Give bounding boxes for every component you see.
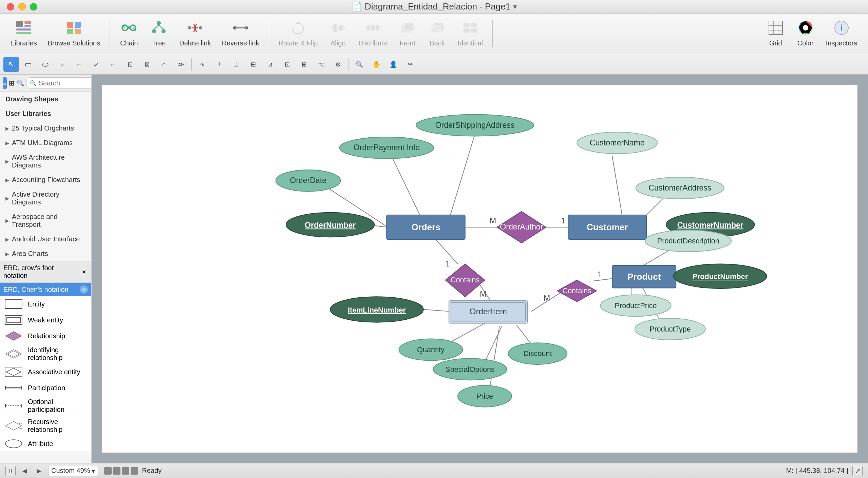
svg-text:1: 1 (598, 270, 602, 279)
tool-square[interactable]: ⊟ (245, 57, 261, 72)
svg-rect-5 (67, 22, 73, 28)
fullscreen-button[interactable]: ⤢ (852, 466, 863, 476)
page-dot-3[interactable] (122, 467, 129, 475)
tool-zoom-out[interactable]: 🔍 (352, 57, 367, 72)
svg-text:Quantity: Quantity (417, 345, 445, 354)
erd-item-participation[interactable]: Participation (0, 380, 91, 396)
tool-line3[interactable]: ⌐ (105, 57, 121, 72)
tool-rect[interactable]: ▭ (20, 57, 36, 72)
tool-alt[interactable]: ⌥ (313, 57, 329, 72)
tool-circle[interactable]: ⊗ (330, 57, 346, 72)
tool-box2[interactable]: ⊠ (139, 57, 155, 72)
tool-house[interactable]: ⌂ (156, 57, 172, 72)
erd-item-opt-participation[interactable]: Optional participation (0, 396, 91, 416)
erd-crowsfoot-panel[interactable]: ERD, crow's foot notation ✕ (0, 261, 91, 282)
erd-chens-panel[interactable]: ERD, Chen's notation ✕ (0, 282, 91, 296)
tree-label: Tree (152, 39, 166, 47)
toolbar-inspectors[interactable]: i Inspectors (822, 18, 861, 50)
toolbar-front[interactable]: Front (394, 18, 421, 50)
toolbar-libraries[interactable]: Libraries (7, 18, 41, 50)
erd-item-recursive[interactable]: Recursive relationship (0, 416, 91, 436)
svg-text:ProductNumber: ProductNumber (692, 272, 748, 281)
tool-sq2[interactable]: ⊡ (279, 57, 295, 72)
attribute-shape-preview (3, 438, 24, 450)
title-dropdown-icon[interactable]: ▾ (513, 2, 517, 11)
tool-wave[interactable]: ∿ (194, 57, 210, 72)
page-dot-4[interactable] (131, 467, 138, 475)
pause-button[interactable]: ⏸ (5, 466, 16, 476)
toolbar-reverse-link[interactable]: Reverse link (218, 18, 263, 50)
toolbar-grid[interactable]: Grid (762, 18, 789, 50)
sidebar-item-25-orgcharts[interactable]: ▶ 25 Typical Orgcharts (0, 121, 91, 136)
tool-hand[interactable]: ✋ (369, 57, 384, 72)
tool-select[interactable]: ↖ (3, 57, 19, 72)
toolbar-distribute[interactable]: Distribute (354, 18, 391, 50)
svg-text:OrderNumber: OrderNumber (305, 221, 356, 230)
svg-rect-4 (16, 32, 31, 34)
toolbar-tree[interactable]: Tree (145, 18, 172, 50)
prev-page-button[interactable]: ◀ (20, 466, 30, 476)
erd-item-entity[interactable]: Entity (0, 296, 91, 312)
tool-pen[interactable]: ✏ (402, 57, 418, 72)
minimize-button[interactable] (18, 3, 26, 11)
tool-text[interactable]: ≡ (54, 57, 70, 72)
close-button[interactable] (7, 3, 14, 11)
tool-line1[interactable]: ⌐ (71, 57, 87, 72)
page-dot-2[interactable] (113, 467, 120, 475)
toolbar-color[interactable]: Color (792, 18, 819, 50)
tool-angle[interactable]: ≫ (173, 57, 189, 72)
sidebar-list-view[interactable]: ≡ (3, 77, 7, 89)
toolbar-identical[interactable]: Identical (454, 18, 487, 50)
erd-item-assoc-entity[interactable]: Associative entity (0, 364, 91, 380)
sidebar-grid-view[interactable]: ⊞ (9, 77, 15, 89)
svg-text:i: i (841, 23, 843, 32)
tool-line2[interactable]: ↙ (88, 57, 104, 72)
main-toolbar: Libraries Browse Solutions Chain (0, 14, 868, 54)
tool-ellipse[interactable]: ⬭ (37, 57, 53, 72)
sidebar-item-active-dir[interactable]: ▶ Active Directory Diagrams (0, 187, 91, 210)
erd-crowsfoot-close[interactable]: ✕ (80, 268, 88, 276)
erd-item-weak-entity[interactable]: Weak entity (0, 312, 91, 328)
tool-perp[interactable]: ⟂ (211, 57, 227, 72)
main-content: ≡ ⊞ 🔍 🔍 Drawing Shapes User Libraries ▶ … (0, 75, 868, 463)
tool-tri[interactable]: ⊿ (262, 57, 278, 72)
sidebar-item-aws-arch[interactable]: ▶ AWS Architecture Diagrams (0, 150, 91, 173)
sidebar-item-android[interactable]: ▶ Android User Interface (0, 232, 91, 246)
tool-box1[interactable]: ⊡ (122, 57, 138, 72)
next-page-button[interactable]: ▶ (34, 466, 44, 476)
svg-rect-33 (339, 25, 343, 31)
titlebar: 📄 Diagrama_Entidad_Relacion - Page1 ▾ (0, 0, 868, 14)
svg-line-97 (490, 326, 499, 389)
tool-grid[interactable]: ⊞ (296, 57, 312, 72)
erd-chens-close[interactable]: ✕ (80, 285, 88, 294)
svg-text:Contains: Contains (562, 286, 591, 295)
entity-shape-preview (3, 298, 24, 310)
maximize-button[interactable] (30, 3, 37, 11)
sidebar-item-accounting[interactable]: ▶ Accounting Flowcharts (0, 173, 91, 187)
svg-text:Discount: Discount (523, 349, 552, 358)
sidebar-item-atm-uml[interactable]: ▶ ATM UML Diagrams (0, 136, 91, 150)
sidebar-item-area-charts[interactable]: ▶ Area Charts (0, 246, 91, 261)
diagram-canvas[interactable]: M 1 1 M (102, 85, 858, 453)
sidebar-item-aerospace[interactable]: ▶ Aerospace and Transport (0, 210, 91, 232)
sidebar-item-user-libraries[interactable]: User Libraries (0, 106, 91, 121)
toolbar-delete-link[interactable]: Delete link (175, 18, 215, 50)
sidebar-search-btn[interactable]: 🔍 (17, 77, 24, 89)
toolbar-browse[interactable]: Browse Solutions (44, 18, 105, 50)
page-dot-1[interactable] (104, 467, 112, 475)
tool-person[interactable]: 👤 (385, 57, 401, 72)
toolbar-rotate[interactable]: Rotate & Flip (275, 18, 322, 50)
canvas-container[interactable]: M 1 1 M (92, 75, 868, 463)
toolbar-chain[interactable]: Chain (115, 18, 143, 50)
zoom-selector[interactable]: Custom 49% ▾ (48, 466, 98, 476)
erd-item-attribute[interactable]: Attribute (0, 436, 91, 452)
erd-item-relationship[interactable]: Relationship (0, 328, 91, 344)
toolbar-back[interactable]: Back (424, 18, 451, 50)
erd-item-identifying-rel[interactable]: Identifying relationship (0, 344, 91, 364)
browse-icon (66, 20, 82, 37)
toolbar-align[interactable]: Align (324, 18, 352, 50)
svg-text:1: 1 (446, 259, 450, 268)
tool-minus[interactable]: ⊥ (228, 57, 244, 72)
search-input[interactable] (39, 79, 92, 87)
sidebar-item-drawing-shapes[interactable]: Drawing Shapes (0, 92, 91, 106)
